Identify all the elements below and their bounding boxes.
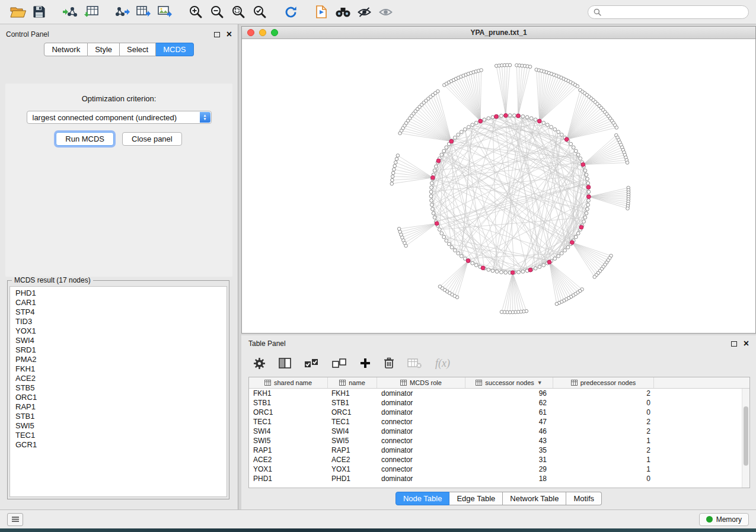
- mcds-result-item[interactable]: SWI5: [10, 421, 227, 431]
- mcds-result-item[interactable]: YOX1: [10, 326, 227, 336]
- criterion-dropdown[interactable]: largest connected component (undirected)…: [27, 111, 212, 124]
- save-session-button[interactable]: [28, 2, 50, 21]
- mcds-result-item[interactable]: STB1: [10, 412, 227, 421]
- cell-successor-nodes: 29: [465, 464, 553, 474]
- mcds-result-item[interactable]: SWI4: [10, 336, 227, 345]
- add-column-button[interactable]: [360, 358, 371, 368]
- select-all-button[interactable]: [304, 358, 319, 368]
- column-header-mcds-role[interactable]: MCDS role: [377, 377, 465, 388]
- table-tabs: Node Table Edge Table Network Table Moti…: [241, 492, 756, 505]
- table-settings-button[interactable]: [253, 357, 266, 370]
- sort-indicator-icon[interactable]: ▼: [537, 380, 543, 386]
- cell-name: TEC1: [328, 417, 377, 427]
- delete-column-button[interactable]: [384, 357, 394, 369]
- mcds-result-list[interactable]: PHD1CAR1STP4TID3YOX1SWI4SRD1PMA2FKH1ACE2…: [9, 286, 227, 497]
- import-table-button[interactable]: [81, 2, 102, 21]
- zoom-selected-button[interactable]: [249, 2, 270, 21]
- window-minimize-button[interactable]: [259, 29, 266, 36]
- mcds-result-item[interactable]: SRD1: [10, 345, 227, 355]
- network-window-titlebar[interactable]: YPA_prune.txt_1: [242, 27, 755, 39]
- table-row[interactable]: SWI4 SWI4 dominator 46 2: [249, 427, 749, 436]
- hide-panels-button[interactable]: [353, 2, 375, 21]
- save-icon: [33, 5, 46, 18]
- mcds-result-item[interactable]: TEC1: [10, 431, 227, 440]
- mcds-result-item[interactable]: RAP1: [10, 402, 227, 412]
- column-header-filler: [654, 377, 742, 388]
- mcds-result-item[interactable]: FKH1: [10, 364, 227, 374]
- mcds-result-item[interactable]: PHD1: [10, 289, 227, 298]
- zoom-in-button[interactable]: [185, 2, 206, 21]
- search-input[interactable]: [605, 8, 743, 16]
- import-network-icon: [62, 5, 78, 19]
- status-menu-button[interactable]: [7, 513, 23, 526]
- table-scrollbar[interactable]: [742, 389, 749, 488]
- table-row[interactable]: PHD1 PHD1 dominator 18 0: [249, 474, 749, 483]
- export-document-button[interactable]: [311, 2, 332, 21]
- cell-name: SWI5: [328, 436, 377, 446]
- table-row[interactable]: TEC1 TEC1 connector 47 2: [249, 417, 749, 427]
- show-panels-button[interactable]: [375, 2, 396, 21]
- import-network-button[interactable]: [59, 2, 81, 21]
- zoom-out-button[interactable]: [206, 2, 228, 21]
- mcds-result-item[interactable]: GCR1: [10, 440, 227, 450]
- tab-edge-table[interactable]: Edge Table: [449, 492, 503, 505]
- mcds-result-item[interactable]: ACE2: [10, 374, 227, 383]
- trash-icon: [384, 357, 394, 369]
- table-row[interactable]: YOX1 YOX1 connector 29 1: [249, 464, 749, 474]
- memory-label: Memory: [716, 515, 742, 524]
- export-image-button[interactable]: [154, 2, 176, 21]
- table-row[interactable]: ACE2 ACE2 connector 31 1: [249, 455, 749, 464]
- show-columns-button[interactable]: [279, 358, 291, 368]
- search-icon: [594, 8, 601, 16]
- find-button[interactable]: [332, 2, 353, 21]
- export-table-button[interactable]: [133, 2, 154, 21]
- cell-mcds-role: dominator: [377, 408, 465, 417]
- float-table-panel-icon[interactable]: [731, 341, 737, 347]
- table-row[interactable]: STB1 STB1 dominator 62 0: [249, 398, 749, 408]
- open-file-button[interactable]: [7, 2, 28, 21]
- table-row[interactable]: FKH1 FKH1 dominator 96 2: [249, 389, 749, 398]
- eye-slash-icon: [357, 7, 372, 18]
- column-header-successor-nodes[interactable]: successor nodes ▼: [465, 377, 553, 388]
- mcds-result-item[interactable]: STP4: [10, 307, 227, 317]
- tab-mcds[interactable]: MCDS: [156, 43, 193, 56]
- search-box[interactable]: [588, 5, 749, 19]
- table-row[interactable]: ORC1 ORC1 dominator 61 0: [249, 408, 749, 417]
- mcds-result-item[interactable]: STB5: [10, 383, 227, 393]
- tab-network-table[interactable]: Network Table: [503, 492, 566, 505]
- list-icon: [11, 516, 20, 523]
- tab-motifs[interactable]: Motifs: [566, 492, 602, 505]
- window-close-button[interactable]: [247, 29, 254, 36]
- window-zoom-button[interactable]: [271, 29, 278, 36]
- close-mcds-panel-button[interactable]: Close panel: [122, 132, 182, 146]
- zoom-fit-button[interactable]: [228, 2, 249, 21]
- cell-shared-name: TEC1: [249, 417, 328, 427]
- column-header-name[interactable]: name: [328, 377, 377, 388]
- tab-style[interactable]: Style: [88, 43, 120, 56]
- table-row[interactable]: RAP1 RAP1 dominator 35 2: [249, 446, 749, 455]
- column-header-predecessor-nodes[interactable]: predecessor nodes: [553, 377, 654, 388]
- tab-node-table[interactable]: Node Table: [395, 492, 450, 505]
- cell-mcds-role: dominator: [377, 398, 465, 408]
- column-header-shared-name[interactable]: shared name: [249, 377, 328, 388]
- mcds-result-item[interactable]: ORC1: [10, 393, 227, 402]
- tab-network[interactable]: Network: [44, 43, 88, 56]
- network-canvas[interactable]: [242, 39, 755, 332]
- unselect-all-button[interactable]: [332, 358, 347, 368]
- table-row[interactable]: SWI5 SWI5 connector 43 1: [249, 436, 749, 446]
- cell-name: SWI4: [328, 427, 377, 436]
- float-panel-icon[interactable]: [214, 32, 220, 37]
- mcds-result-item[interactable]: PMA2: [10, 355, 227, 364]
- close-panel-icon[interactable]: ×: [227, 30, 232, 39]
- mcds-result-item[interactable]: TID3: [10, 317, 227, 326]
- memory-button[interactable]: Memory: [699, 513, 749, 526]
- cell-predecessor-nodes: 1: [553, 455, 654, 464]
- mcds-result-item[interactable]: CAR1: [10, 298, 227, 307]
- table-scrollbar-thumb[interactable]: [744, 406, 748, 466]
- tab-select[interactable]: Select: [120, 43, 156, 56]
- apply-layout-button[interactable]: [280, 2, 301, 21]
- export-network-button[interactable]: [111, 2, 133, 21]
- table-toolbar: f(x): [241, 350, 756, 377]
- run-mcds-button[interactable]: Run MCDS: [56, 132, 114, 146]
- close-table-panel-icon[interactable]: ×: [744, 339, 749, 348]
